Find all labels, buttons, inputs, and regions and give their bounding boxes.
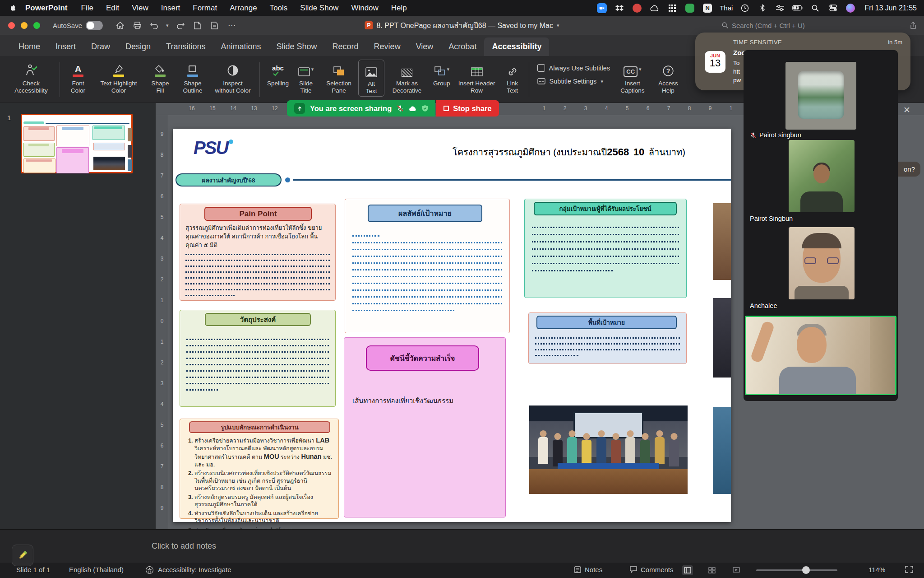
slideshow-view-button[interactable] — [731, 565, 742, 575]
shape-outline-button[interactable]: Shape Outline — [176, 60, 210, 96]
stop-share-button[interactable]: Stop share — [436, 100, 499, 117]
participant-video-1[interactable] — [785, 62, 856, 130]
participant-video-2[interactable] — [789, 140, 855, 212]
slide-editing-area[interactable]: PSU โครงการสุวรรณภูมิศึกษา (งบประมาณปี25… — [173, 129, 731, 522]
more-toolbar-icon[interactable]: ⋯ — [226, 20, 237, 31]
always-use-subtitles-checkbox[interactable] — [537, 64, 545, 72]
text-highlight-color-button[interactable]: Text Highlight Color — [92, 60, 145, 96]
menubar-clock[interactable]: Fri 13 Jun 21:55 — [864, 4, 917, 12]
slide-photo-cutoff-1[interactable] — [713, 203, 731, 280]
ribbon-tab-home[interactable]: Home — [11, 37, 48, 56]
security-shield-icon[interactable] — [422, 105, 428, 112]
menubar-menu[interactable]: Arrange — [223, 4, 263, 13]
slide-sorter-view-button[interactable] — [707, 565, 717, 575]
target-area-box[interactable]: พื้นที่เป้าหมาย — [528, 312, 687, 364]
menubar-menu[interactable]: View — [125, 4, 155, 13]
menubar-menu[interactable]: Insert — [155, 4, 187, 13]
ribbon-tab-review[interactable]: Review — [366, 37, 408, 56]
insert-captions-button[interactable]: CC▾ Insert Captions — [614, 60, 651, 96]
shape-fill-button[interactable]: Shape Fill — [145, 60, 176, 96]
kpi-header[interactable]: ดัชนีชี้วัดความสำเร็จ — [366, 345, 479, 371]
clock-menubar-icon[interactable] — [739, 3, 750, 13]
close-icon[interactable]: ✕ — [903, 105, 910, 115]
ribbon-tab-record[interactable]: Record — [325, 37, 366, 56]
share-icon[interactable] — [908, 20, 919, 31]
control-center-icon[interactable] — [827, 3, 838, 13]
menubar-menu[interactable]: Format — [186, 4, 223, 13]
accessibility-help-button[interactable]: ? Access Help — [651, 60, 686, 96]
ribbon-tab-design[interactable]: Design — [118, 37, 158, 56]
bluetooth-icon[interactable] — [757, 3, 768, 13]
normal-view-button[interactable] — [682, 565, 693, 575]
document-icon[interactable] — [209, 20, 220, 31]
notes-toggle[interactable]: Notes — [574, 566, 602, 573]
spelling-button[interactable]: abc Spelling — [263, 60, 292, 89]
notes-app-menubar-icon[interactable]: N — [702, 3, 713, 13]
annotation-pencil-button[interactable] — [12, 545, 33, 566]
menubar-menu[interactable]: Edit — [100, 4, 125, 13]
ribbon-tab-view[interactable]: View — [408, 37, 441, 56]
slide-photo-cutoff-2[interactable] — [713, 298, 731, 378]
zoom-slider-track[interactable] — [756, 569, 837, 571]
battery-icon[interactable] — [792, 3, 803, 13]
ribbon-tab-transitions[interactable]: Transitions — [158, 37, 213, 56]
insert-header-row-button[interactable]: Insert Header Row — [454, 60, 500, 96]
accessibility-status[interactable]: Accessibility: Investigate — [158, 566, 231, 573]
check-accessibility-button[interactable]: Check Accessibility — [6, 60, 56, 96]
link-text-button[interactable]: Link Text — [500, 60, 525, 96]
target-group-header[interactable]: กลุ่มเป้าหมาย/ผู้ที่ได้รับผลประโยชน์ — [534, 202, 677, 215]
comments-toggle[interactable]: Comments — [630, 566, 674, 573]
header-tab-shape[interactable]: ผลงานสำคัญงบปี'68 — [176, 173, 282, 186]
group-button[interactable]: ▾ Group — [430, 60, 454, 89]
objective-box[interactable]: วัตถุประสงค์ — [180, 310, 336, 407]
siri-icon[interactable] — [845, 3, 856, 13]
font-color-button[interactable]: A Font Color — [64, 60, 92, 96]
titlebar-search[interactable]: Search (Cmd + Ctrl + U) — [722, 22, 805, 29]
mic-muted-icon[interactable] — [397, 105, 404, 112]
ribbon-tab-slide-show[interactable]: Slide Show — [269, 37, 325, 56]
target-group-box[interactable]: กลุ่มเป้าหมาย/ผู้ที่ได้รับผลประโยชน์ — [524, 199, 687, 298]
green-app-menubar-icon[interactable] — [684, 3, 695, 13]
apple-menu-icon[interactable] — [7, 3, 18, 13]
notes-pane[interactable]: Click to add notes — [0, 529, 924, 563]
alt-text-button[interactable]: Alt Text — [358, 60, 384, 97]
grid-menubar-icon[interactable] — [667, 3, 678, 13]
mark-as-decorative-button[interactable]: Mark as Decorative — [384, 60, 430, 96]
menubar-menu[interactable]: File — [75, 4, 100, 13]
active-app-name[interactable]: PowerPoint — [21, 4, 72, 13]
ribbon-tab-insert[interactable]: Insert — [48, 37, 83, 56]
control-sliders-icon[interactable] — [775, 3, 785, 13]
window-close-button[interactable] — [8, 22, 15, 29]
menubar-menu[interactable]: Help — [385, 4, 413, 13]
work-format-header[interactable]: รูปแบบลักษณะการดำเนินงาน — [189, 421, 330, 433]
ribbon-tab-accessibility[interactable]: Accessibility — [484, 37, 549, 56]
cloud-recording-icon[interactable] — [409, 106, 417, 112]
slide-thumbnail[interactable] — [21, 114, 133, 173]
ribbon-tab-acrobat[interactable]: Acrobat — [441, 37, 484, 56]
title-dropdown-chevron[interactable]: ▾ — [557, 23, 559, 28]
dropbox-menubar-icon[interactable] — [614, 3, 625, 13]
kpi-box[interactable]: ดัชนีชี้วัดความสำเร็จ เส้นทางการท่องเที่… — [344, 337, 506, 517]
cloud-menubar-icon[interactable] — [649, 3, 660, 13]
psu-logo[interactable]: PSU — [194, 138, 228, 158]
always-use-subtitles-option[interactable]: Always Use Subtitles — [537, 64, 610, 72]
objective-header[interactable]: วัตถุประสงค์ — [205, 313, 311, 326]
menubar-menu[interactable]: Window — [345, 4, 384, 13]
language-indicator[interactable]: English (Thailand) — [69, 566, 124, 573]
autosave-toggle[interactable] — [86, 21, 103, 30]
undo-icon[interactable] — [149, 20, 160, 31]
slide-title-button[interactable]: ▾ Slide Title — [292, 60, 319, 96]
document-title[interactable]: P 8. PPT OnePage ผลงานสำคัญปี68 — Saved … — [365, 20, 559, 31]
window-minimize-button[interactable] — [21, 22, 28, 29]
pain-point-box[interactable]: Pain Point สุวรรณภูมิศึกษาเพื่อเติมค่ากา… — [180, 204, 336, 301]
print-icon[interactable] — [132, 20, 143, 31]
input-source-indicator[interactable]: Thai — [720, 4, 733, 12]
ribbon-tab-draw[interactable]: Draw — [83, 37, 118, 56]
undo-dropdown-chevron[interactable]: ▾ — [166, 23, 169, 28]
red-app-menubar-icon[interactable] — [632, 3, 642, 13]
home-icon[interactable] — [115, 20, 125, 31]
slide-photo-meeting[interactable] — [529, 406, 688, 494]
slide-title-text[interactable]: โครงการสุวรรณภูมิศึกษา (งบประมาณปี2568 1… — [453, 145, 647, 159]
inspect-without-color-button[interactable]: Inspect without Color — [210, 60, 256, 96]
participant-video-4-active-speaker[interactable]: Bunchar pongpanich — [745, 316, 896, 395]
